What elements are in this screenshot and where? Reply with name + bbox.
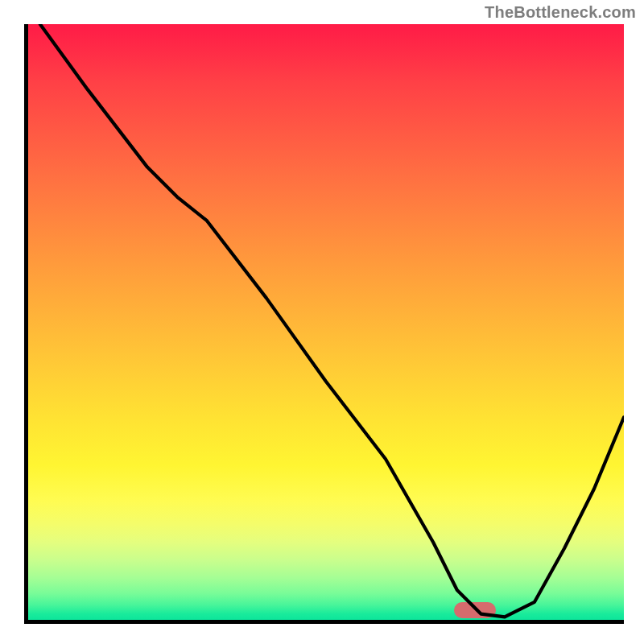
plot-area	[24, 24, 624, 624]
curve-svg	[28, 24, 624, 620]
attribution-text: TheBottleneck.com	[485, 3, 636, 22]
bottleneck-curve-path	[40, 24, 624, 617]
chart-frame: TheBottleneck.com	[0, 0, 644, 644]
